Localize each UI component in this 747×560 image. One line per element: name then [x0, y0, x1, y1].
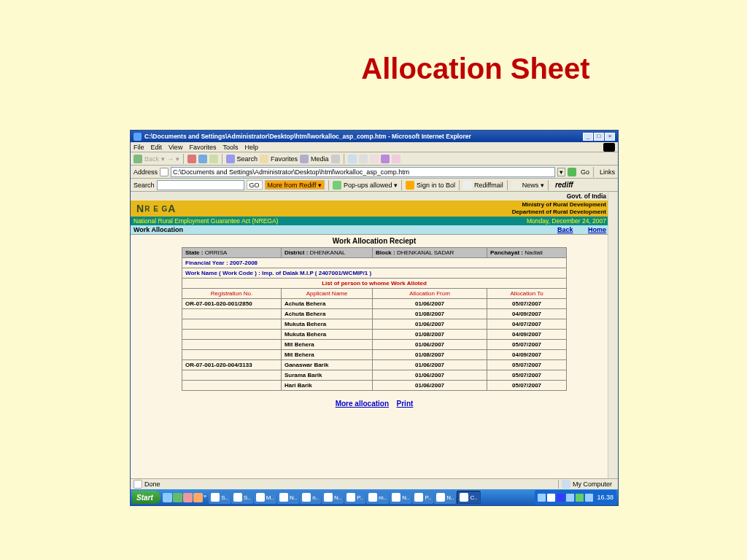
media-button[interactable]: Media [311, 155, 329, 163]
cell-from: 01/08/2007 [373, 350, 487, 360]
status-page-icon [133, 480, 142, 489]
home-icon[interactable] [209, 155, 218, 163]
quick-icon[interactable] [183, 493, 193, 502]
rediff-search-input[interactable] [157, 180, 244, 190]
misc2-icon[interactable] [392, 155, 400, 163]
back-icon[interactable] [133, 155, 142, 163]
quick-icon[interactable] [173, 493, 182, 502]
clock[interactable]: 16.38 [597, 494, 614, 501]
task-button[interactable]: N.. [434, 491, 456, 504]
vertical-scrollbar[interactable] [608, 192, 618, 478]
print-icon[interactable] [359, 155, 368, 163]
tray-icon[interactable] [585, 494, 593, 502]
cell-from: 01/06/2007 [373, 299, 487, 309]
task-button[interactable]: m.. [366, 491, 389, 504]
back-button[interactable]: Back [144, 155, 159, 163]
zone-icon [562, 480, 570, 489]
ministry-line1: Ministry of Rural Development [522, 201, 606, 209]
menu-file[interactable]: File [133, 144, 144, 151]
menu-view[interactable]: View [169, 144, 182, 151]
task-icon [368, 493, 377, 502]
edit-icon[interactable] [370, 155, 379, 163]
news-button[interactable]: News ▾ [522, 182, 544, 189]
minimize-button[interactable]: _ [583, 133, 593, 141]
address-dropdown-icon[interactable]: ▾ [557, 168, 565, 176]
tray-icon[interactable] [538, 494, 546, 502]
refresh-icon[interactable] [198, 155, 207, 163]
cell-name: Mukuta Behera [281, 330, 372, 340]
menu-help[interactable]: Help [244, 144, 258, 151]
menu-favorites[interactable]: Favorites [189, 144, 216, 151]
task-label: n.. [312, 494, 319, 501]
more-allocation-link[interactable]: More allocation [336, 400, 389, 408]
cell-from: 01/06/2007 [373, 370, 487, 381]
lang-en-icon[interactable] [557, 494, 565, 502]
task-button[interactable]: n.. [300, 491, 321, 504]
task-button[interactable]: P.. [344, 491, 365, 504]
task-button[interactable]: C.. [457, 491, 480, 504]
mail-icon2 [463, 181, 472, 190]
misc-icon[interactable] [381, 155, 390, 163]
popups-icon [333, 181, 341, 190]
cell-from: 01/08/2007 [373, 330, 487, 340]
table-row: OR-07-001-020-001/2850Achuta Behera01/06… [182, 299, 567, 309]
table-row: Mit Behera01/08/200704/09/2007 [182, 350, 567, 360]
signin-icon [406, 181, 414, 190]
task-icon [347, 493, 355, 502]
popups-button[interactable]: Pop-ups allowed ▾ [344, 182, 398, 189]
links-button[interactable]: Links [600, 168, 615, 176]
favorites-button[interactable]: Favorites [271, 155, 298, 163]
task-button[interactable]: S.. [231, 491, 253, 504]
menu-tools[interactable]: Tools [222, 144, 238, 151]
address-label: Address [133, 168, 158, 176]
task-button[interactable]: P.. [412, 491, 433, 504]
task-button[interactable]: S.. [209, 491, 231, 504]
task-button[interactable]: N.. [390, 491, 411, 504]
cell-from: 01/06/2007 [373, 381, 487, 391]
work-allocation-bar: Work Allocation Back Home [131, 225, 618, 235]
quick-expand-icon[interactable]: » [204, 493, 206, 502]
start-button[interactable]: Start [132, 491, 160, 504]
signin-button[interactable]: Sign in to Bol [417, 182, 455, 189]
task-icon [256, 493, 265, 502]
rediff-logo: rediff [555, 181, 573, 189]
action-links: More allocation Print [131, 391, 618, 416]
stop-icon[interactable] [187, 155, 196, 163]
cell-name: Achuta Behera [281, 309, 372, 319]
rediff-go-button[interactable]: GO [247, 180, 263, 190]
task-button[interactable]: N.. [322, 491, 344, 504]
tray-icon[interactable] [547, 494, 555, 502]
task-label: C.. [470, 494, 477, 501]
more-from-rediff-button[interactable]: More from Rediff ▾ [265, 180, 325, 190]
quick-icon[interactable] [193, 493, 203, 502]
quick-icon[interactable] [163, 493, 172, 502]
news-icon [511, 181, 520, 190]
cell-to: 05/07/2007 [487, 299, 567, 309]
block-value: DHENKANAL SADAR [397, 249, 454, 256]
address-input[interactable] [171, 167, 555, 177]
mail-icon[interactable] [348, 155, 357, 163]
task-label: N.. [334, 494, 341, 501]
task-label: M.. [266, 494, 274, 501]
tray-icon[interactable] [566, 494, 574, 502]
quick-launch: » [161, 493, 208, 502]
act-bar: National Rural Employment Guarantee Act … [131, 217, 618, 225]
task-button[interactable]: M.. [254, 491, 276, 504]
maximize-button[interactable]: □ [594, 133, 604, 141]
back-link[interactable]: Back [557, 226, 573, 233]
menubar: File Edit View Favorites Tools Help [131, 142, 618, 152]
history-icon[interactable] [331, 155, 340, 163]
task-button[interactable]: N.. [277, 491, 299, 504]
task-label: N.. [290, 494, 297, 501]
print-link[interactable]: Print [397, 400, 414, 408]
search-button[interactable]: Search [237, 155, 258, 163]
rediffmail-button[interactable]: Rediffmail [474, 182, 503, 189]
task-icon [279, 493, 288, 502]
go-button[interactable]: Go [581, 168, 589, 176]
close-button[interactable]: × [605, 133, 615, 141]
home-link[interactable]: Home [588, 226, 606, 233]
tray-icon[interactable] [576, 494, 584, 502]
task-label: N.. [402, 494, 409, 501]
cell-name: Achuta Behera [281, 299, 372, 309]
menu-edit[interactable]: Edit [151, 144, 163, 151]
